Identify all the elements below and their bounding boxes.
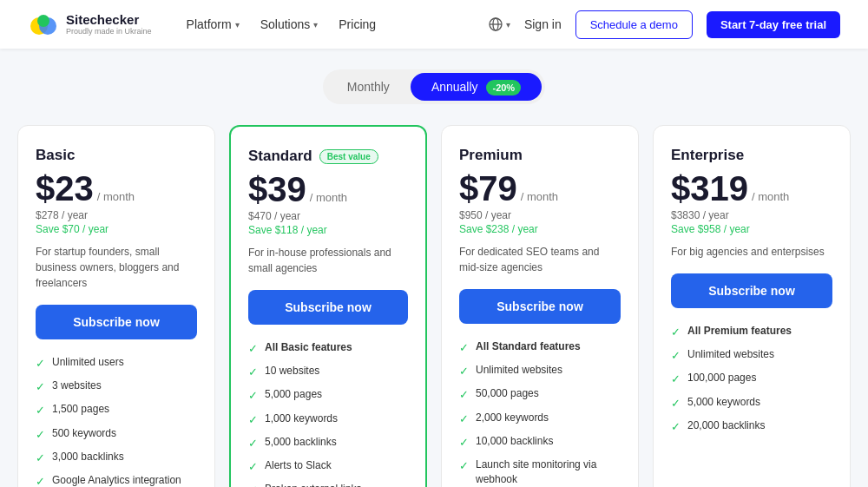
price-save: Save $958 / year — [671, 223, 832, 235]
feature-text: 5,000 pages — [265, 387, 322, 402]
nav-item-solutions[interactable]: Solutions ▾ — [260, 17, 319, 31]
check-icon: ✓ — [671, 325, 681, 340]
feature-item: ✓ Unlimited users — [36, 355, 197, 372]
plan-name: Premium — [459, 147, 523, 164]
chevron-icon: ▾ — [313, 20, 318, 30]
price-period: / month — [310, 191, 347, 204]
plan-header: Basic — [36, 147, 197, 164]
best-value-badge: Best value — [319, 149, 378, 164]
feature-item: ✓ 5,000 keywords — [671, 395, 832, 411]
feature-item: ✓ 20,000 backlinks — [671, 418, 832, 435]
feature-text: 2,000 keywords — [476, 411, 549, 425]
feature-item: ✓ Unlimited websites — [459, 363, 621, 379]
feature-text: All Basic features — [265, 340, 352, 355]
check-icon: ✓ — [459, 387, 469, 403]
feature-item: ✓ 1,000 keywords — [248, 411, 408, 428]
feature-text: 5,000 keywords — [687, 395, 760, 410]
plan-name: Basic — [36, 147, 75, 164]
price-amount: $79 — [459, 171, 517, 206]
price-amount: $23 — [36, 171, 94, 206]
check-icon: ✓ — [36, 356, 45, 372]
check-icon: ✓ — [36, 451, 45, 466]
price-amount: $39 — [248, 172, 306, 207]
check-icon: ✓ — [671, 396, 681, 411]
check-icon: ✓ — [36, 379, 45, 395]
check-icon: ✓ — [459, 435, 469, 451]
price-period: / month — [97, 190, 135, 203]
feature-item: ✓ All Basic features — [248, 340, 408, 357]
demo-button[interactable]: Schedule a demo — [575, 10, 693, 39]
feature-text: Unlimited users — [52, 355, 124, 370]
check-icon: ✓ — [248, 412, 258, 428]
check-icon: ✓ — [36, 474, 45, 487]
plan-card-premium: Premium $79 / month $950 / year Save $23… — [441, 125, 639, 487]
subscribe-button[interactable]: Subscribe now — [248, 290, 408, 325]
feature-item: ✓ Unlimited websites — [671, 347, 832, 364]
feature-item: ✓ 3,000 backlinks — [36, 450, 197, 466]
feature-text: 10 websites — [265, 364, 319, 378]
check-icon: ✓ — [36, 403, 45, 418]
feature-item: ✓ 1,500 pages — [36, 402, 197, 418]
chevron-icon: ▾ — [506, 20, 510, 30]
svg-point-2 — [37, 15, 49, 27]
language-selector[interactable]: ▾ — [489, 17, 510, 31]
plan-card-basic: Basic $23 / month $278 / year Save $70 /… — [17, 125, 215, 487]
plan-header: Enterprise — [671, 147, 832, 164]
plan-name: Standard — [248, 148, 312, 165]
feature-item: ✓ 10 websites — [248, 364, 408, 380]
feature-text: Google Analytics integration — [52, 473, 181, 487]
chevron-icon: ▾ — [235, 20, 240, 30]
check-icon: ✓ — [671, 372, 681, 387]
pricing-grid: Basic $23 / month $278 / year Save $70 /… — [17, 125, 851, 487]
feature-text: 3,000 backlinks — [52, 450, 124, 464]
feature-item: ✓ 500 keywords — [36, 426, 197, 443]
feature-item: ✓ Launch site monitoring via webhook — [459, 457, 621, 487]
subscribe-button[interactable]: Subscribe now — [671, 273, 832, 308]
feature-text: 20,000 backlinks — [687, 418, 765, 433]
plan-description: For startup founders, small business own… — [36, 244, 197, 291]
header-right: ▾ Sign in Schedule a demo Start 7-day fr… — [489, 10, 840, 39]
trial-button[interactable]: Start 7-day free trial — [707, 11, 840, 38]
nav-item-pricing[interactable]: Pricing — [339, 17, 376, 31]
feature-text: 10,000 backlinks — [476, 434, 553, 449]
sign-in-button[interactable]: Sign in — [524, 17, 562, 31]
price-period: / month — [521, 190, 558, 203]
price-save: Save $70 / year — [36, 223, 197, 235]
price-year: $3830 / year — [671, 209, 832, 221]
feature-item: ✓ Broken external links — [248, 482, 408, 487]
feature-text: All Premium features — [687, 324, 792, 339]
feature-item: ✓ All Premium features — [671, 324, 832, 340]
feature-text: 100,000 pages — [687, 371, 756, 385]
feature-item: ✓ 5,000 pages — [248, 387, 408, 404]
check-icon: ✓ — [248, 459, 258, 475]
plan-description: For dedicated SEO teams and mid-size age… — [459, 244, 621, 275]
feature-text: Launch site monitoring via webhook — [476, 457, 621, 487]
monthly-toggle[interactable]: Monthly — [326, 73, 411, 101]
annually-toggle[interactable]: Annually -20% — [411, 73, 542, 101]
check-icon: ✓ — [248, 365, 258, 380]
nav-item-platform[interactable]: Platform ▾ — [187, 17, 240, 31]
features-list: ✓ All Premium features ✓ Unlimited websi… — [671, 324, 832, 435]
price-year: $950 / year — [459, 209, 621, 221]
check-icon: ✓ — [459, 364, 469, 379]
feature-text: All Standard features — [476, 339, 581, 354]
feature-text: 1,000 keywords — [265, 411, 338, 426]
subscribe-button[interactable]: Subscribe now — [36, 305, 197, 339]
feature-text: Alerts to Slack — [265, 458, 332, 473]
logo-text: Sitechecker Proudly made in Ukraine — [66, 13, 152, 36]
plan-name: Enterprise — [671, 147, 744, 164]
price-save: Save $118 / year — [248, 224, 408, 236]
logo[interactable]: Sitechecker Proudly made in Ukraine — [28, 9, 152, 40]
globe-icon — [489, 17, 503, 31]
price-row: $319 / month — [671, 171, 832, 206]
feature-text: Unlimited websites — [687, 347, 774, 362]
features-list: ✓ Unlimited users ✓ 3 websites ✓ 1,500 p… — [36, 355, 197, 487]
plan-description: For in-house professionals and small age… — [248, 245, 408, 276]
feature-text: 5,000 backlinks — [265, 435, 337, 450]
feature-text: 3 websites — [52, 378, 102, 393]
feature-item: ✓ 2,000 keywords — [459, 411, 621, 427]
main-nav: Platform ▾ Solutions ▾ Pricing — [187, 17, 489, 31]
subscribe-button[interactable]: Subscribe now — [459, 289, 621, 324]
feature-text: Unlimited websites — [476, 363, 562, 378]
feature-item: ✓ All Standard features — [459, 339, 621, 356]
